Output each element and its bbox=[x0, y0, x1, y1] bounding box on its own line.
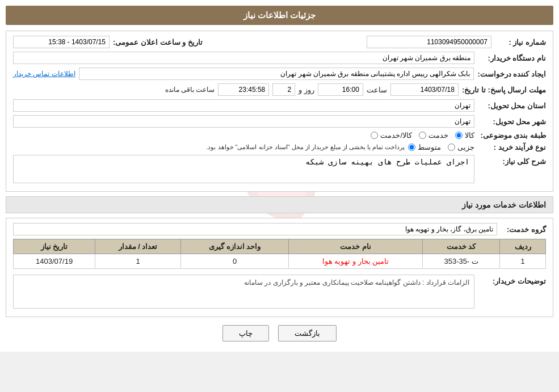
deadline-day-label: روز و bbox=[299, 86, 314, 94]
deadline-time-label: ساعت bbox=[367, 86, 387, 94]
category-option-kala-khedmat[interactable]: کالا/خدمت bbox=[371, 131, 412, 140]
purchase-type-label: نوع فرآیند خرید : bbox=[478, 143, 546, 151]
need-number-label: شماره نیاز : bbox=[495, 38, 546, 47]
service-table: ردیف کد خدمت نام خدمت واحد اندازه گیری ت… bbox=[13, 239, 546, 269]
requester-field[interactable] bbox=[13, 52, 474, 64]
col-header-count: تعداد / مقدار bbox=[95, 239, 181, 254]
deadline-remaining-label: ساعت باقی مانده bbox=[165, 86, 215, 94]
purchase-option-jozei[interactable]: جزیی bbox=[448, 143, 474, 151]
action-buttons: بازگشت چاپ bbox=[6, 325, 553, 342]
category-option-kala[interactable]: کالا bbox=[455, 131, 474, 140]
category-khedmat-label: خدمت bbox=[428, 131, 448, 140]
province-field[interactable] bbox=[13, 99, 474, 112]
announce-date-field[interactable] bbox=[13, 36, 110, 48]
city-label: شهر محل تحویل: bbox=[478, 117, 546, 126]
announce-date-label: تاریخ و ساعت اعلان عمومی: bbox=[113, 38, 203, 47]
cell-count: 1 bbox=[95, 254, 181, 269]
deadline-label: مهلت ارسال پاسخ: تا تاریخ: bbox=[462, 86, 546, 94]
creator-contact-link[interactable]: اطلاعات تماس خریدار bbox=[13, 70, 75, 78]
creator-field[interactable] bbox=[79, 68, 474, 80]
need-desc-label: شرح کلی نیاز: bbox=[478, 155, 546, 166]
cell-row: 1 bbox=[500, 254, 546, 269]
cell-code: ت -35-353 bbox=[423, 254, 500, 269]
need-number-field[interactable] bbox=[367, 36, 491, 48]
requester-label: نام دستگاه خریدار: bbox=[478, 54, 546, 62]
category-kala-khedmat-label: کالا/خدمت bbox=[380, 131, 412, 140]
cell-date: 1403/07/19 bbox=[14, 254, 95, 269]
services-section-title: اطلاعات خدمات مورد نیاز bbox=[6, 196, 553, 213]
purchase-motavaset-label: متوسط bbox=[418, 143, 441, 151]
province-label: استان محل تحویل: bbox=[478, 102, 546, 110]
page-title: جزئیات اطلاعات نیاز bbox=[6, 6, 553, 25]
table-row: 1 ت -35-353 تامین بخار و تهویه هوا 0 1 1… bbox=[14, 254, 546, 269]
col-header-date: تاریخ نیاز bbox=[14, 239, 95, 254]
deadline-remaining-field[interactable] bbox=[218, 83, 269, 96]
category-kala-label: کالا bbox=[465, 131, 474, 140]
print-button[interactable]: چاپ bbox=[222, 325, 269, 342]
city-field[interactable] bbox=[13, 115, 474, 128]
service-group-label: گروه خدمت: bbox=[501, 225, 546, 234]
col-header-unit: واحد اندازه گیری bbox=[180, 239, 288, 254]
category-label: طبقه بندی موضوعی: bbox=[478, 131, 546, 140]
creator-label: ایجاد کننده درخواست: bbox=[477, 70, 546, 78]
category-option-khedmat[interactable]: خدمت bbox=[419, 131, 448, 140]
buyer-notes-content: الزامات قرارداد : داشتن گواهینامه صلاحیت… bbox=[13, 275, 474, 309]
deadline-date-field[interactable] bbox=[390, 83, 459, 96]
category-radio-group: کالا خدمت کالا/خدمت bbox=[371, 131, 474, 140]
need-desc-textarea[interactable]: اجرای عملیات طرح های بهینه سازی شبکه bbox=[13, 155, 474, 183]
purchase-jozei-label: جزیی bbox=[457, 143, 474, 151]
deadline-time-field[interactable] bbox=[318, 83, 363, 96]
purchase-note: پرداخت تمام یا بخشی از مبلغ خریدار از مح… bbox=[13, 144, 405, 151]
col-header-code: کد خدمت bbox=[423, 239, 500, 254]
cell-unit: 0 bbox=[180, 254, 288, 269]
purchase-option-motavaset[interactable]: متوسط bbox=[408, 143, 441, 151]
cell-name: تامین بخار و تهویه هوا bbox=[289, 254, 423, 269]
back-button[interactable]: بازگشت bbox=[278, 325, 337, 342]
service-group-field[interactable] bbox=[13, 223, 497, 235]
deadline-days-field[interactable] bbox=[272, 83, 295, 96]
col-header-name: نام خدمت bbox=[289, 239, 423, 254]
buyer-notes-label: توضیحات خریدار: bbox=[478, 275, 546, 285]
purchase-radio-group: جزیی متوسط bbox=[408, 143, 474, 151]
col-header-row: ردیف bbox=[500, 239, 546, 254]
